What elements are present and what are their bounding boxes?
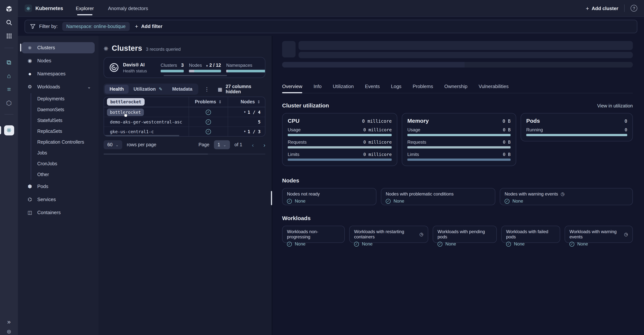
page-title: Clusters xyxy=(112,44,142,53)
horizontal-scrollbar[interactable] xyxy=(164,75,227,76)
sidebar-item-deployments[interactable]: Deployments xyxy=(18,93,98,104)
tab-anomaly-detectors[interactable]: Anomaly detectors xyxy=(108,0,148,17)
health-bar xyxy=(226,70,265,72)
detail-tab-info[interactable]: Info xyxy=(314,84,322,93)
sidebar-item-replication-controllers[interactable]: Replication Controllers xyxy=(18,137,98,147)
sidebar-item-cronjobs[interactable]: CronJobs xyxy=(18,158,98,169)
card-total: 0 xyxy=(624,119,627,124)
dynatrace-logo-icon[interactable] xyxy=(0,5,18,14)
workloads-section-header: Workloads xyxy=(282,215,633,221)
sidebar-item-other[interactable]: Other xyxy=(18,169,98,180)
diamond-icon: ♦ xyxy=(244,130,246,133)
sidebar-item-containers[interactable]: ◫ Containers xyxy=(18,206,98,219)
sidebar-item-services[interactable]: ⌬ Services xyxy=(18,193,98,206)
sidebar-item-daemonsets[interactable]: DaemonSets xyxy=(18,104,98,115)
card-total: 0 millicore xyxy=(362,119,392,124)
plus-icon: + xyxy=(586,5,589,11)
detail-tab-vulnerabilities[interactable]: Vulnerabilities xyxy=(479,84,509,93)
expand-rail-icon[interactable]: » xyxy=(0,318,18,326)
help-icon[interactable]: ? xyxy=(630,5,637,12)
rail-app-2-icon[interactable]: ⌂ xyxy=(0,72,18,81)
workloads-icon: ⚙ xyxy=(27,84,33,90)
panel-scrollbar[interactable] xyxy=(104,154,265,154)
metric-value: 0 millicore xyxy=(363,152,392,157)
detail-tab-events[interactable]: Events xyxy=(365,84,380,93)
check-circle-icon: ✓ xyxy=(506,241,511,246)
view-in-utilization-link[interactable]: View in utilization xyxy=(597,103,633,109)
limits-bar xyxy=(288,159,392,161)
check-circle-icon: ✓ xyxy=(287,241,292,246)
cluster-name-link[interactable]: gke-us-central1-c xyxy=(107,129,154,134)
next-page-button[interactable]: › xyxy=(264,142,265,148)
detail-tab-problems[interactable]: Problems xyxy=(412,84,433,93)
search-icon[interactable] xyxy=(0,18,18,27)
previous-page-button[interactable]: ‹ xyxy=(252,142,254,148)
page-select[interactable]: 1 ⌄ xyxy=(214,140,230,149)
sidebar-item-statefulsets[interactable]: StatefulSets xyxy=(18,115,98,126)
stat-label: Nodes xyxy=(189,63,202,68)
selected-indicator xyxy=(20,44,21,52)
table-view-tabs: Health Utilization ✎ Metadata ⋮ ▦ 27 col… xyxy=(104,84,265,95)
clock-icon[interactable]: ◷ xyxy=(624,232,628,237)
skeleton-bar xyxy=(282,62,633,68)
detail-tab-utilization[interactable]: Utilization xyxy=(333,84,354,93)
davis-stat-namespaces: Namespaces ♦ 1 xyxy=(226,63,265,72)
namespace-filter-chip[interactable]: Namespace: online-boutique xyxy=(62,22,130,31)
view-tab-metadata[interactable]: Metadata xyxy=(167,85,197,94)
tab-explorer[interactable]: Explorer xyxy=(76,0,94,17)
view-tab-utilization[interactable]: Utilization ✎ xyxy=(128,85,167,94)
column-header-problems[interactable]: Problems ⇕ xyxy=(188,97,228,107)
add-filter-button[interactable]: + Add filter xyxy=(135,23,162,30)
add-cluster-button[interactable]: + Add cluster xyxy=(586,5,618,11)
table-row[interactable]: gke-us-central1-c ✓ ♦1 / 3 xyxy=(104,126,265,136)
check-circle-icon: ✓ xyxy=(570,241,574,246)
sidebar-item-jobs[interactable]: Jobs xyxy=(18,147,98,158)
support-lifebuoy-icon[interactable]: ⊛ xyxy=(0,328,18,335)
panel-resize-handle[interactable] xyxy=(271,191,272,205)
clock-icon[interactable]: ◷ xyxy=(561,191,564,197)
sidebar-item-pods[interactable]: ⬢ Pods xyxy=(18,180,98,193)
detail-tabs: Overview Info Utilization Events Logs Pr… xyxy=(282,84,633,93)
cluster-name-link[interactable]: demo-aks-ger-westcentral-asc xyxy=(107,119,182,124)
filter-bar[interactable]: Filter by: Namespace: online-boutique + … xyxy=(24,20,637,33)
utilization-cards: CPU 0 millicore Usage0 millicore Request… xyxy=(282,113,633,166)
section-title: Workloads xyxy=(282,215,311,221)
sidebar-item-namespaces[interactable]: ● Namespaces xyxy=(18,67,98,80)
sidebar-item-clusters[interactable]: ⎈ Clusters xyxy=(22,42,95,53)
column-header-nodes[interactable]: Nodes ⇕ xyxy=(228,97,265,107)
horizontal-scrollbar[interactable] xyxy=(105,135,179,136)
records-queried: 3 records queried xyxy=(146,47,181,52)
skeleton-bar xyxy=(298,41,633,50)
detail-tab-ownership[interactable]: Ownership xyxy=(444,84,467,93)
app-grid-icon[interactable] xyxy=(0,31,18,40)
rail-app-3-icon[interactable]: ⌗ xyxy=(0,85,18,94)
status-value: None xyxy=(394,198,404,204)
clock-icon[interactable]: ◷ xyxy=(420,232,423,237)
sidebar-item-nodes[interactable]: ◉ Nodes xyxy=(18,54,98,67)
sort-icon: ⇕ xyxy=(218,99,222,104)
detail-tab-overview[interactable]: Overview xyxy=(282,84,302,93)
skeleton-avatar xyxy=(282,41,296,58)
containers-icon: ◫ xyxy=(27,210,33,215)
view-tab-health[interactable]: Health xyxy=(105,85,128,94)
columns-hidden-button[interactable]: ▦ 27 columns hidden xyxy=(218,84,265,94)
name-filter-chip[interactable]: bottlerocket xyxy=(107,98,144,106)
status-card-title: Nodes with problematic conditions xyxy=(386,191,454,197)
rail-app-1-icon[interactable]: ⧉ xyxy=(0,58,18,67)
rows-per-page-select[interactable]: 60 ⌄ xyxy=(104,140,122,149)
card-title: Memory xyxy=(407,118,429,124)
stat-label: Clusters xyxy=(161,63,177,68)
kebab-menu-icon[interactable]: ⋮ xyxy=(204,86,210,92)
loading-skeleton xyxy=(282,41,633,73)
filter-by-label: Filter by: xyxy=(39,24,58,29)
cpu-card: CPU 0 millicore Usage0 millicore Request… xyxy=(282,113,397,166)
diamond-icon: ♦ xyxy=(244,110,246,114)
rail-app-4-icon[interactable]: ⬡ xyxy=(0,99,18,107)
kubernetes-app-icon[interactable]: ⎈ xyxy=(0,125,18,135)
davis-health-card[interactable]: Davis® AI Health status Clusters 3 Nodes… xyxy=(104,57,265,78)
status-card-title: Workloads non-progressing xyxy=(287,229,340,239)
sidebar-item-workloads[interactable]: ⚙ Workloads ⌄ xyxy=(18,80,98,93)
sidebar-item-replicasets[interactable]: ReplicaSets xyxy=(18,126,98,137)
rail-divider xyxy=(4,114,14,115)
detail-tab-logs[interactable]: Logs xyxy=(391,84,402,93)
